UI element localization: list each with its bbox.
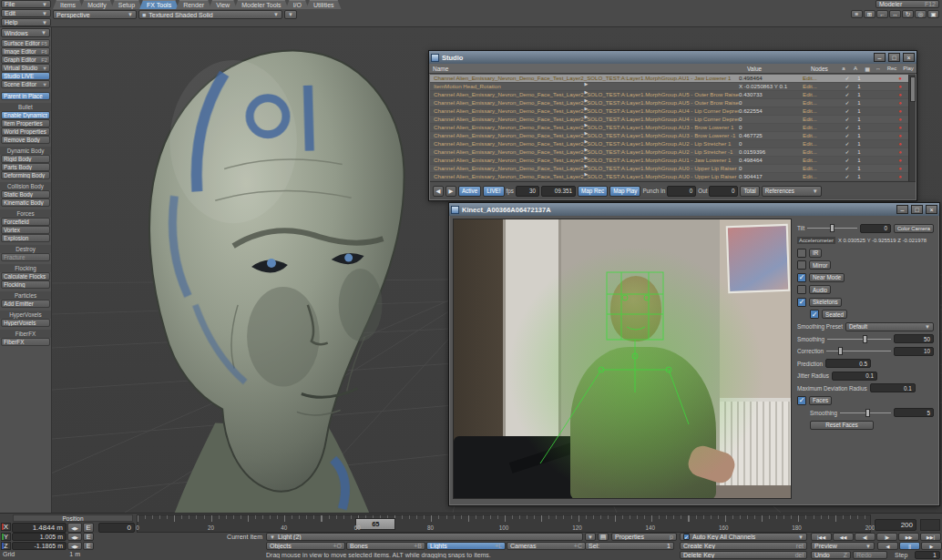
frame-ruler[interactable]: 65 020406080100120140160180200: [137, 514, 871, 533]
active-check-icon[interactable]: ✓: [841, 173, 854, 179]
active-check-icon[interactable]: ✓: [841, 148, 854, 155]
sidebar-item-fiberfx[interactable]: FiberFX: [1, 338, 50, 346]
sidebar-item-calculate-flocks[interactable]: Calculate Flocks: [1, 272, 50, 280]
modeler-button[interactable]: ModelerF12: [875, 0, 939, 8]
references-dropdown[interactable]: References▼: [762, 186, 822, 197]
next-keyframe-button[interactable]: ▶▶: [898, 533, 919, 541]
properties-button[interactable]: Propertiesp: [611, 533, 677, 541]
record-icon[interactable]: ●: [892, 133, 908, 138]
record-icon[interactable]: ●: [892, 84, 908, 89]
play-button[interactable]: ▶: [921, 542, 942, 550]
channel-row[interactable]: Channel Alien_Emissary_Nevron_Demo_Face_…: [430, 75, 908, 83]
channel-row[interactable]: Channel Alien_Emissary_Nevron_Demo_Face_…: [430, 132, 908, 140]
sidebar-item-flocking[interactable]: Flocking: [1, 280, 50, 289]
viewport-extra-dropdown[interactable]: ▼: [284, 10, 297, 19]
sidebar-item-add-emitter[interactable]: Add Emitter: [1, 300, 50, 308]
channel-row[interactable]: Channel Alien_Emissary_Nevron_Demo_Face_…: [430, 116, 908, 124]
x-position-field[interactable]: 1.4844 m: [12, 523, 67, 533]
near-mode-checkbox[interactable]: ✓: [797, 273, 806, 282]
sidebar-item-parent-in-place[interactable]: Parent in Place: [1, 92, 50, 100]
reset-faces-button[interactable]: Reset Faces: [810, 421, 874, 430]
channel-nodes[interactable]: Edit...: [803, 173, 830, 179]
total-button[interactable]: Total: [740, 186, 759, 197]
channel-nodes[interactable]: Edit...: [803, 99, 830, 106]
active-check-icon[interactable]: ✓: [841, 75, 854, 81]
near-mode-toggle[interactable]: Near Mode: [809, 273, 845, 282]
z-nudge-buttons[interactable]: ◀▶: [67, 542, 82, 550]
ir-toggle[interactable]: IR: [809, 249, 822, 258]
faces-checkbox[interactable]: ✓: [797, 396, 806, 405]
create-key-button[interactable]: Create Keyret: [680, 542, 807, 550]
menu-icon[interactable]: ≡: [851, 10, 863, 18]
go-to-start-button[interactable]: |◀◀: [811, 533, 832, 541]
close-icon[interactable]: ×: [903, 53, 915, 62]
sidebar-item-vortex[interactable]: Vortex: [1, 226, 50, 234]
maximize-icon[interactable]: □: [911, 205, 923, 214]
preview-dropdown[interactable]: Preview▼: [811, 542, 875, 550]
map-play-button[interactable]: Map Play: [609, 186, 640, 197]
tab-items[interactable]: Items: [53, 0, 83, 9]
faces-smoothing-slider[interactable]: [840, 409, 891, 417]
channel-nodes[interactable]: Edit...: [803, 107, 830, 114]
y-position-field[interactable]: 1.005 m: [12, 533, 67, 541]
active-check-icon[interactable]: ✓: [841, 91, 854, 97]
step-forward-button[interactable]: |▶: [876, 533, 897, 541]
rotate-icon[interactable]: ↻: [902, 10, 914, 18]
channel-row[interactable]: Channel Alien_Emissary_Nevron_Demo_Face_…: [430, 165, 908, 173]
active-check-icon[interactable]: ✓: [841, 124, 854, 130]
close-icon[interactable]: ×: [926, 205, 937, 214]
record-icon[interactable]: ●: [892, 166, 908, 171]
tab-fx-tools[interactable]: FX Tools: [139, 0, 179, 9]
channel-nodes[interactable]: Edit...: [803, 75, 830, 81]
y-nudge-buttons[interactable]: ◀▶: [67, 533, 82, 541]
play-reverse-button[interactable]: ◀: [877, 542, 898, 550]
record-icon[interactable]: ●: [892, 92, 908, 97]
sidebar-item-surface-editor[interactable]: Surface EditorF5: [1, 39, 50, 47]
scrollbar-thumb[interactable]: [910, 76, 916, 102]
tab-i-o[interactable]: I/O: [286, 0, 309, 9]
sidebar-item-world-properties[interactable]: World Properties: [1, 127, 50, 136]
seated-checkbox[interactable]: ✓: [810, 310, 819, 319]
channel-nodes[interactable]: Edit...: [803, 91, 830, 97]
minimize-icon[interactable]: –: [874, 53, 886, 62]
record-icon[interactable]: ●: [892, 76, 908, 81]
smoothing-preset-dropdown[interactable]: Default▼: [845, 322, 934, 331]
channel-list-scrollbar[interactable]: [908, 75, 916, 181]
sidebar-item-enable-dynamics[interactable]: Enable Dynamics: [1, 111, 50, 119]
color-camera-button[interactable]: Color Camera: [894, 224, 934, 233]
channel-nodes[interactable]: Edit...: [803, 124, 830, 130]
pause-button[interactable]: ||: [899, 542, 920, 550]
file-menu[interactable]: File▼: [1, 0, 51, 8]
active-button[interactable]: Active: [458, 186, 481, 197]
sidebar-item-kinematic-body[interactable]: Kinematic Body: [1, 199, 50, 207]
item-tab-objects[interactable]: Objects+O: [266, 542, 345, 550]
tab-modify[interactable]: Modify: [80, 0, 114, 9]
sidebar-item-explosion[interactable]: Explosion: [1, 234, 50, 242]
minimize-icon[interactable]: –: [896, 205, 908, 214]
shading-mode-dropdown[interactable]: ■Textured Shaded Solid▼: [138, 10, 282, 19]
help-menu[interactable]: Help▼: [1, 18, 51, 26]
skeletons-checkbox[interactable]: ✓: [797, 298, 806, 307]
record-icon[interactable]: ●: [892, 141, 908, 147]
tab-utilities[interactable]: Utilities: [306, 0, 342, 9]
active-check-icon[interactable]: ✓: [841, 157, 854, 163]
fps-field[interactable]: 30: [516, 186, 539, 197]
z-envelope-button[interactable]: E: [83, 542, 94, 550]
autokey-toggle[interactable]: ✓Auto Key All Channels▼: [680, 533, 807, 541]
zoom-icon[interactable]: ◎: [915, 10, 927, 18]
active-check-icon[interactable]: ✓: [841, 107, 854, 114]
x-envelope-button[interactable]: E: [83, 523, 94, 533]
edit-menu[interactable]: Edit▼: [1, 9, 51, 17]
kinect-window[interactable]: Kinect_A00366A06472137A – □ ×: [448, 202, 940, 506]
undo-button[interactable]: UndoZ: [811, 551, 851, 559]
punch-in-field[interactable]: 0: [667, 186, 696, 197]
tab-view[interactable]: View: [209, 0, 237, 9]
slider-handle[interactable]: [838, 347, 843, 355]
channel-nodes[interactable]: Edit...: [803, 132, 830, 138]
tilt-field[interactable]: 0: [860, 224, 891, 233]
channel-row[interactable]: Channel Alien_Emissary_Nevron_Demo_Face_…: [430, 91, 908, 99]
frame-slider-handle[interactable]: 65: [355, 518, 395, 530]
channel-row[interactable]: Channel Alien_Emissary_Nevron_Demo_Face_…: [430, 124, 908, 132]
channel-nodes[interactable]: Edit...: [803, 148, 830, 155]
studio-live-window[interactable]: Studio – □ × Name Value Nodes a A ▦ ↔ Re…: [428, 50, 917, 201]
